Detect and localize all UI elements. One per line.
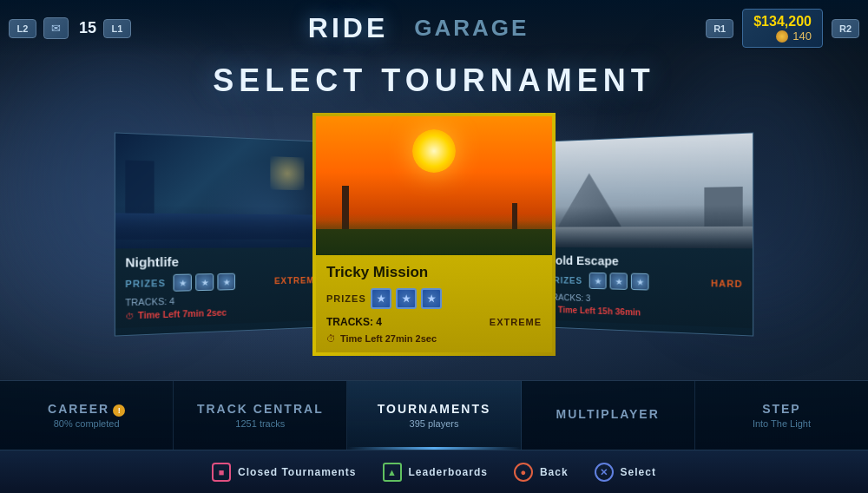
nightlife-prizes-row: PRIZES ★ ★ ★ EXTREME <box>125 272 320 293</box>
nightlife-name: Nightlife <box>125 253 320 269</box>
top-bar: L2 ✉ 15 L1 RIDE GARAGE R1 $134,200 140 R… <box>0 0 868 56</box>
top-right-controls: R1 $134,200 140 R2 <box>706 9 859 48</box>
tab-step[interactable]: STEP Into The Light <box>695 381 868 450</box>
tricky-mission-timer: Time Left 27min 2sec <box>340 333 437 344</box>
scene-palm-2 <box>512 203 517 255</box>
tab-multiplayer[interactable]: MULTIPLAYER <box>522 381 695 450</box>
r1-button[interactable]: R1 <box>706 19 733 38</box>
career-tab-label: CAREER <box>48 402 109 416</box>
cold-escape-difficulty: HARD <box>711 279 743 289</box>
game-title-garage: GARAGE <box>414 15 529 42</box>
leaderboards-icon: ▲ <box>383 463 402 482</box>
tricky-mission-info: Tricky Mission PRIZES ★ ★ ★ TRACKS: 4 EX… <box>316 255 552 352</box>
scene-building <box>704 187 742 231</box>
top-left-controls: L2 ✉ 15 L1 <box>9 17 131 39</box>
l1-button[interactable]: L1 <box>103 19 131 38</box>
back-icon: ● <box>514 463 533 482</box>
tournament-card-nightlife[interactable]: Nightlife PRIZES ★ ★ ★ EXTREME TRACKS: 4… <box>115 132 330 336</box>
track-central-tab-sub: 1251 tracks <box>235 418 285 429</box>
cold-escape-image <box>539 133 753 248</box>
coin-amount: 140 <box>753 30 812 43</box>
leaderboards-label: Leaderboards <box>409 466 488 478</box>
career-warning-badge: ! <box>113 404 125 417</box>
tropical-scene <box>316 116 552 255</box>
nightlife-tracks: TRACKS: 4 <box>125 297 174 308</box>
tab-tournaments[interactable]: TOURNAMENTS 395 players <box>347 381 521 450</box>
select-icon: ✕ <box>595 463 614 482</box>
select-label: Select <box>621 466 656 478</box>
tournaments-tab-sub: 395 players <box>410 418 459 429</box>
closed-tournaments-icon: ■ <box>212 463 231 482</box>
top-center-title: RIDE GARAGE <box>308 12 529 44</box>
active-tab-indicator <box>347 447 520 450</box>
tricky-mission-star-2: ★ <box>396 288 417 309</box>
dollar-amount: $134,200 <box>753 14 812 30</box>
track-central-tab-label: TRACK CENTRAL <box>197 402 324 416</box>
scene-light <box>270 156 304 190</box>
nightlife-prizes-label: PRIZES <box>125 279 166 289</box>
scene-sun <box>412 129 456 173</box>
currency-display: $134,200 140 <box>742 9 823 48</box>
cold-escape-prizes-row: PRIZES ★ ★ ★ HARD <box>547 272 742 293</box>
tournament-card-cold-escape[interactable]: Cold Escape PRIZES ★ ★ ★ HARD TRACKS: 3 … <box>538 132 753 336</box>
bottom-navigation: CAREER ! 80% completed TRACK CENTRAL 125… <box>0 380 868 493</box>
nightlife-star-2: ★ <box>195 273 214 291</box>
tricky-mission-tracks: TRACKS: 4 <box>326 316 382 328</box>
tricky-mission-prizes-row: PRIZES ★ ★ ★ <box>326 288 542 309</box>
select-button[interactable]: ✕ Select <box>595 463 656 482</box>
tricky-mission-name: Tricky Mission <box>326 264 542 281</box>
scene-ground <box>316 229 552 255</box>
scene-snow <box>539 227 753 249</box>
closed-tournaments-button[interactable]: ■ Closed Tournaments <box>212 463 356 482</box>
cold-escape-info: Cold Escape PRIZES ★ ★ ★ HARD TRACKS: 3 … <box>539 247 753 328</box>
tricky-mission-image <box>316 116 552 255</box>
page-title-container: SELECT TOURNAMENT <box>0 62 868 99</box>
tricky-mission-star-1: ★ <box>371 288 391 309</box>
nightlife-timer: Time Left 7min 2sec <box>138 308 227 320</box>
coin-icon <box>776 30 788 43</box>
tricky-mission-difficulty: EXTREME <box>490 317 542 327</box>
back-label: Back <box>540 466 569 478</box>
scene-water <box>115 213 329 240</box>
tricky-mission-tracks-row: TRACKS: 4 EXTREME <box>326 316 542 328</box>
cold-scene <box>539 133 753 248</box>
scene-building <box>125 160 154 213</box>
nightlife-timer-icon: ⏱ <box>125 312 134 321</box>
career-tab-sub: 80% completed <box>54 418 120 429</box>
tab-career[interactable]: CAREER ! 80% completed <box>0 381 174 450</box>
nightlife-scene <box>115 133 329 248</box>
scene-palm-1 <box>342 186 349 255</box>
nightlife-info: Nightlife PRIZES ★ ★ ★ EXTREME TRACKS: 4… <box>115 247 329 328</box>
closed-tournaments-label: Closed Tournaments <box>238 466 356 478</box>
page-title: SELECT TOURNAMENT <box>0 62 868 99</box>
nav-tabs: CAREER ! 80% completed TRACK CENTRAL 125… <box>0 381 868 450</box>
tricky-mission-prizes-label: PRIZES <box>326 293 366 304</box>
r2-button[interactable]: R2 <box>832 19 859 38</box>
tricky-mission-timer-icon: ⏱ <box>326 333 336 344</box>
cold-escape-timer-row: ⏱ Time Left 15h 36min <box>547 305 742 321</box>
tab-track-central[interactable]: TRACK CENTRAL 1251 tracks <box>174 381 347 450</box>
back-button[interactable]: ● Back <box>514 463 569 482</box>
tournament-card-tricky-mission[interactable]: Tricky Mission PRIZES ★ ★ ★ TRACKS: 4 EX… <box>312 113 556 356</box>
tournament-cards-area: Nightlife PRIZES ★ ★ ★ EXTREME TRACKS: 4… <box>0 113 868 356</box>
tricky-mission-inner <box>316 116 552 255</box>
game-title-ride: RIDE <box>308 12 388 44</box>
tournaments-tab-label: TOURNAMENTS <box>378 402 491 416</box>
cold-escape-star-2: ★ <box>610 273 628 290</box>
leaderboards-button[interactable]: ▲ Leaderboards <box>383 463 488 482</box>
cold-escape-star-1: ★ <box>589 273 607 290</box>
tricky-mission-star-3: ★ <box>421 288 442 309</box>
action-bar: ■ Closed Tournaments ▲ Leaderboards ● Ba… <box>0 450 868 493</box>
nightlife-timer-row: ⏱ Time Left 7min 2sec <box>125 305 320 321</box>
mail-icon[interactable]: ✉ <box>43 17 69 39</box>
tricky-mission-outer: Tricky Mission PRIZES ★ ★ ★ TRACKS: 4 EX… <box>312 113 556 356</box>
step-tab-sub: Into The Light <box>753 418 811 429</box>
cold-escape-timer: Time Left 15h 36min <box>558 306 641 318</box>
cold-escape-star-3: ★ <box>631 273 649 291</box>
nightlife-star-1: ★ <box>174 274 192 292</box>
multiplayer-tab-label: MULTIPLAYER <box>556 407 660 421</box>
tricky-mission-timer-row: ⏱ Time Left 27min 2sec <box>326 333 542 344</box>
l2-button[interactable]: L2 <box>9 19 36 38</box>
message-count: 15 <box>79 19 96 37</box>
step-tab-label: STEP <box>762 402 801 416</box>
